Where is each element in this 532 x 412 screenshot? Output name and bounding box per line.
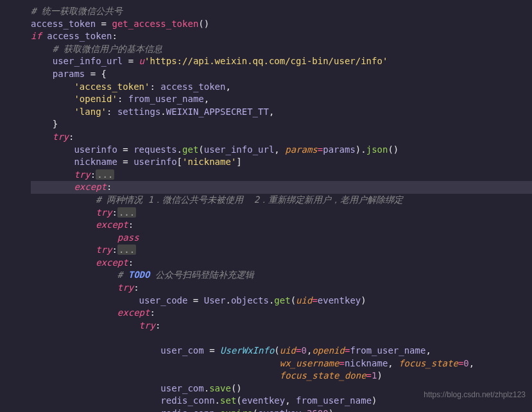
code-line: # 统一获取微信公共号 [31,5,532,18]
fold-marker[interactable]: ... [96,169,114,180]
watermark-text: https://blog.csdn.net/zhplz123 [424,390,526,400]
code-line: wx_username=nickname, focus_state=0, [31,357,532,370]
code-line: 'access_token': access_token, [31,81,532,94]
code-line: try: [31,282,532,295]
code-line: try: [31,131,532,144]
code-line: nickname = userinfo['nickname'] [31,156,532,169]
code-line: # TODO 公众号扫码登陆补充逻辑 [31,269,532,282]
code-line: params = { [31,68,532,81]
code-editor[interactable]: # 统一获取微信公共号 access_token = get_access_to… [31,5,532,412]
code-line: except: [31,307,532,320]
code-line: try:... [31,207,532,219]
code-line: pass [31,232,532,245]
code-line: focus_state_done=1) [31,370,532,382]
code-line: userinfo = requests.get(user_info_url, p… [31,144,532,157]
code-line: user_com = UserWxInfo(uid=0,openid=from_… [31,345,532,357]
code-line: if access_token: [31,30,532,43]
code-line: redis_conn.expire(eventkey,3600) [31,408,532,412]
fold-marker[interactable]: ... [117,207,136,218]
code-line: try:... [31,169,532,182]
code-line: # 两种情况 1．微信公共号未被使用 2．重新绑定新用户，老用户解除绑定 [31,194,532,207]
code-line: access_token = get_access_token() [31,18,532,31]
code-line: try:... [31,244,532,257]
code-line: user_code = User.objects.get(uid=eventke… [31,295,532,307]
code-line: 'openid': from_user_name, [31,93,532,106]
code-line: except: [31,257,532,270]
code-line: except: [31,219,532,232]
code-line-highlighted: except: [31,181,532,194]
code-line [31,332,532,345]
code-line: # 获取微信用户的基本信息 [31,43,532,56]
code-line: 'lang': settings.WEIXIN_APPSECRET_TT, [31,106,532,119]
code-line: user_info_url = u'https://api.weixin.qq.… [31,55,532,68]
code-line: } [31,118,532,131]
fold-marker[interactable]: ... [117,245,136,255]
code-line: try: [31,320,532,332]
